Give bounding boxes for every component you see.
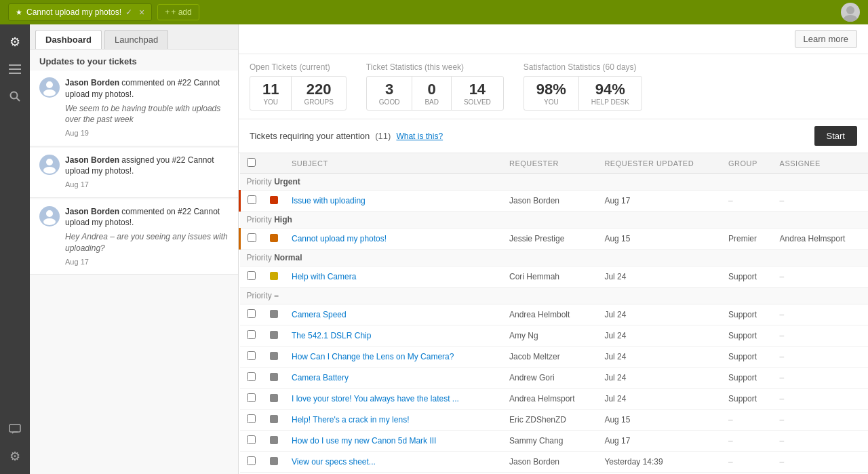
table-row: How do I use my new Canon 5d Mark III Sa… bbox=[240, 431, 869, 452]
ticket-stats-good: 3 GOOD bbox=[366, 76, 413, 111]
avatar-2 bbox=[39, 155, 60, 175]
requester-cell: Andrea Helmbolt bbox=[502, 304, 597, 325]
sidebar-item-gear[interactable]: ⚙ bbox=[3, 30, 27, 54]
icon-sidebar: ⚙ ⚙ bbox=[0, 24, 30, 474]
row-check bbox=[240, 229, 264, 250]
row-checkbox[interactable] bbox=[247, 271, 256, 280]
group-cell: Support bbox=[722, 368, 773, 389]
avatar[interactable] bbox=[841, 3, 860, 22]
row-checkbox[interactable] bbox=[247, 435, 256, 444]
star-icon: ★ bbox=[16, 8, 22, 17]
row-checkbox[interactable] bbox=[247, 330, 256, 339]
table-row: Cannot upload my photos! Jessie Prestige… bbox=[240, 229, 869, 250]
update-message-1: We seem to be having trouble with upload… bbox=[65, 103, 229, 126]
update-date-2: Aug 17 bbox=[65, 180, 229, 190]
requester-cell: Jacob Meltzer bbox=[502, 347, 597, 368]
start-button[interactable]: Start bbox=[814, 126, 857, 146]
ticket-link[interactable]: Camera Battery bbox=[292, 373, 349, 382]
update-text-2: Jason Borden assigned you #22 Cannot upl… bbox=[65, 155, 229, 191]
tick-icon: ✓ bbox=[125, 7, 132, 17]
update-text-1: Jason Borden commented on #22 Cannot upl… bbox=[65, 77, 229, 139]
tab-bar: Dashboard Launchpad bbox=[30, 24, 238, 50]
update-date-3: Aug 17 bbox=[65, 257, 229, 267]
assignee-cell: – bbox=[773, 431, 868, 452]
ticket-link[interactable]: How do I use my new Canon 5d Mark III bbox=[292, 436, 436, 446]
table-row: Camera Battery Andrew Gori Jul 24 Suppor… bbox=[240, 368, 869, 389]
row-checkbox[interactable] bbox=[247, 414, 256, 423]
ticket-link[interactable]: Help with Camera bbox=[292, 272, 356, 281]
update-message-3: Hey Andrea – are you seeing any issues w… bbox=[65, 231, 229, 254]
col-requester: REQUESTER bbox=[502, 153, 597, 174]
row-checkbox[interactable] bbox=[248, 233, 256, 242]
table-row: Help! There's a crack in my lens! Eric Z… bbox=[240, 410, 869, 431]
subject-cell: Camera Speed bbox=[285, 304, 502, 325]
row-check bbox=[240, 191, 264, 212]
group-cell: Support bbox=[722, 325, 773, 347]
sidebar-item-menu[interactable] bbox=[3, 57, 27, 81]
tickets-attention-title: Tickets requiring your attention bbox=[250, 131, 370, 141]
updated-cell: Jul 24 bbox=[597, 368, 722, 389]
ticket-tab[interactable]: ★ Cannot upload my photos! ✓ × bbox=[8, 3, 152, 21]
updated-cell: Aug 17 bbox=[597, 431, 722, 452]
sidebar-item-settings[interactable]: ⚙ bbox=[3, 444, 27, 469]
col-assignee: ASSIGNEE bbox=[773, 153, 868, 174]
svg-rect-2 bbox=[9, 64, 21, 66]
svg-point-1 bbox=[844, 15, 857, 22]
assignee-cell: – bbox=[773, 347, 868, 368]
row-checkbox[interactable] bbox=[247, 309, 256, 318]
update-item-1: Jason Borden commented on #22 Cannot upl… bbox=[30, 71, 238, 146]
row-checkbox[interactable] bbox=[247, 372, 256, 381]
sidebar-item-search[interactable] bbox=[3, 84, 27, 108]
ticket-link[interactable]: View our specs sheet... bbox=[292, 457, 376, 467]
subject-cell: Help with Camera bbox=[285, 266, 502, 288]
subject-cell: Cannot upload my photos! bbox=[285, 229, 502, 250]
subject-cell: Help! There's a crack in my lens! bbox=[285, 410, 502, 431]
tickets-count: (11) bbox=[375, 131, 391, 141]
assignee-cell: – bbox=[773, 325, 868, 347]
dot-low bbox=[270, 331, 278, 339]
row-checkbox[interactable] bbox=[247, 351, 256, 360]
row-checkbox[interactable] bbox=[248, 195, 256, 204]
learn-more-button[interactable]: Learn more bbox=[795, 30, 857, 48]
svg-point-13 bbox=[43, 218, 56, 225]
ticket-link[interactable]: Help! There's a crack in my lens! bbox=[292, 415, 409, 424]
ticket-link[interactable]: How Can I Change the Lens on My Camera? bbox=[292, 352, 454, 361]
update-date-1: Aug 19 bbox=[65, 128, 229, 138]
add-button[interactable]: + + add bbox=[157, 4, 199, 20]
ticket-link[interactable]: The 542.1 DSLR Chip bbox=[292, 331, 371, 340]
row-checkbox[interactable] bbox=[247, 393, 256, 402]
ticket-link[interactable]: Issue with uploading bbox=[292, 196, 366, 205]
select-all-checkbox[interactable] bbox=[247, 158, 256, 167]
tab-dashboard[interactable]: Dashboard bbox=[35, 30, 102, 49]
close-icon[interactable]: × bbox=[139, 7, 144, 18]
table-row: The 542.1 DSLR Chip Amy Ng Jul 24 Suppor… bbox=[240, 325, 869, 347]
avatar-3 bbox=[39, 206, 60, 226]
sidebar-item-chat[interactable] bbox=[3, 417, 27, 441]
svg-point-12 bbox=[46, 210, 53, 217]
left-panel: Dashboard Launchpad Updates to your tick… bbox=[30, 24, 239, 474]
dot-low bbox=[270, 352, 278, 360]
updated-cell: Jul 24 bbox=[597, 304, 722, 325]
dot-low bbox=[270, 415, 278, 423]
svg-point-9 bbox=[43, 90, 56, 96]
ticket-link[interactable]: Cannot upload my photos! bbox=[292, 234, 387, 243]
tab-launchpad[interactable]: Launchpad bbox=[104, 30, 168, 49]
subject-cell: I love your store! You always have the l… bbox=[285, 389, 502, 410]
requester-cell: Sammy Chang bbox=[502, 431, 597, 452]
priority-group-none: Priority – bbox=[240, 288, 869, 304]
group-cell: Support bbox=[722, 266, 773, 288]
update-action-1: commented bbox=[121, 78, 164, 87]
whats-this-link[interactable]: What is this? bbox=[396, 132, 443, 141]
dot-urgent bbox=[270, 196, 278, 204]
row-checkbox[interactable] bbox=[247, 456, 256, 465]
update-action-2: assigned bbox=[121, 155, 154, 165]
group-cell: Support bbox=[722, 304, 773, 325]
open-tickets-you: 11 YOU bbox=[250, 76, 292, 111]
table-header-row: SUBJECT REQUESTER REQUESTER UPDATED GROU… bbox=[240, 153, 869, 174]
ticket-link[interactable]: I love your store! You always have the l… bbox=[292, 394, 459, 403]
requester-cell: Cori Hemmah bbox=[502, 266, 597, 288]
table-row: View our specs sheet... Jason Borden Yes… bbox=[240, 452, 869, 473]
requester-cell: Jason Borden bbox=[502, 191, 597, 212]
group-cell: – bbox=[722, 452, 773, 473]
ticket-link[interactable]: Camera Speed bbox=[292, 310, 347, 319]
